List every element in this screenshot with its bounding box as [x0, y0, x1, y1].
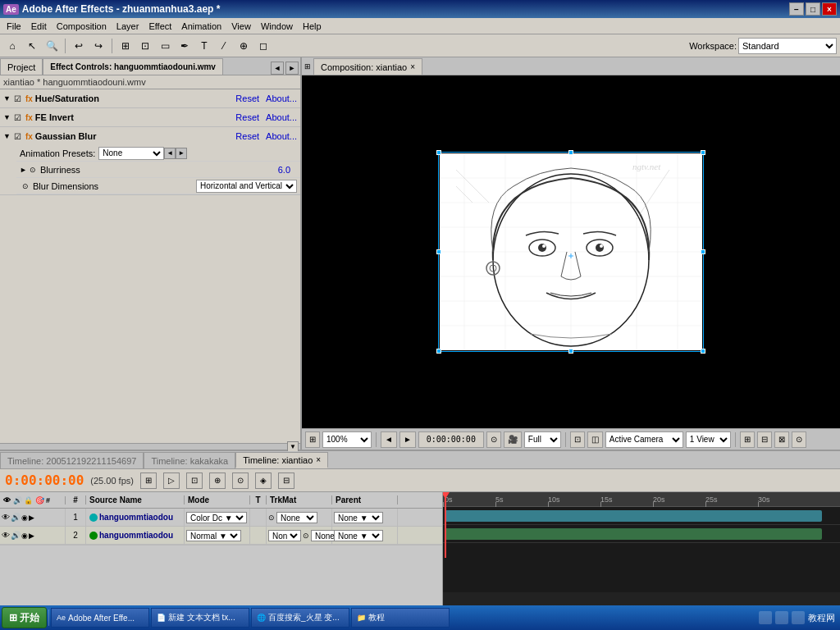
tab-composition[interactable]: Composition: xiantiao × — [313, 58, 422, 75]
tl-btn-4[interactable]: ⊕ — [209, 472, 226, 489]
menu-file[interactable]: File — [2, 20, 26, 33]
tab-effect-controls[interactable]: Effect Controls: hanguommtiaodouni.wmv — [43, 58, 223, 75]
track-1-trkmat-select[interactable]: None — [276, 512, 317, 523]
timeline-tab-3[interactable]: Timeline: xiantiao × — [235, 452, 328, 468]
track-2-solo[interactable]: ◉ — [21, 532, 28, 540]
tool-eraser[interactable]: ◻ — [254, 37, 272, 55]
effects-scrollbar[interactable]: ▼ — [0, 443, 300, 450]
comp-ctrl-b7[interactable]: ⊠ — [774, 431, 789, 448]
zoom-select[interactable]: 100% — [322, 431, 372, 448]
effect-gaussian-blur-header[interactable]: ▼ ☑ fx Gaussian Blur Reset About... — [0, 127, 300, 145]
track-2-audio[interactable]: 🔊 — [11, 531, 21, 540]
systray-2[interactable] — [775, 611, 788, 624]
blurriness-expand[interactable]: ► — [20, 166, 27, 174]
tl-btn-6[interactable]: ◈ — [255, 472, 272, 489]
taskbar-btn-browser[interactable]: 🌐 百度搜索_火星 变... — [251, 608, 349, 628]
tool-home[interactable]: ⌂ — [3, 37, 21, 55]
timeline-tab-1[interactable]: Timeline: 200512192211154697 — [0, 452, 144, 468]
track-2-expand[interactable]: ▶ — [29, 532, 34, 540]
track-2-name-text[interactable]: hanguommtiaodou — [99, 531, 173, 540]
track-1-name-text[interactable]: hanguommtiaodou — [99, 513, 173, 522]
tl-btn-2[interactable]: ▷ — [163, 472, 180, 489]
tl-btn-5[interactable]: ⊙ — [232, 472, 249, 489]
comp-ctrl-b6[interactable]: ⊟ — [757, 431, 772, 448]
track-bar-fill-2[interactable] — [445, 528, 822, 540]
menu-edit[interactable]: Edit — [26, 20, 52, 33]
track-2-trkmat-select1[interactable]: None — [268, 530, 301, 541]
blurriness-stopwatch[interactable]: ⊙ — [27, 164, 39, 176]
blurriness-value[interactable]: 6.0 — [278, 165, 290, 175]
tool-pen[interactable]: ✒ — [176, 37, 194, 55]
blur-dim-stopwatch[interactable]: ⊙ — [20, 180, 31, 192]
comp-panel-icon[interactable]: ⊞ — [302, 58, 313, 75]
track-1-expand[interactable]: ▶ — [29, 514, 34, 522]
effect-reset-btn[interactable]: Reset — [235, 112, 259, 122]
tl-btn-1[interactable]: ⊞ — [140, 472, 157, 489]
comp-ctrl-b2[interactable]: 🎥 — [504, 431, 522, 448]
taskbar-btn-folder[interactable]: 📁 教程 — [351, 608, 450, 628]
tool-select[interactable]: ↖ — [23, 37, 41, 55]
menu-composition[interactable]: Composition — [52, 20, 112, 33]
effect-about-btn[interactable]: About... — [266, 94, 297, 103]
timeline-tab-3-close[interactable]: × — [316, 455, 321, 464]
comp-ctrl-b4[interactable]: ◫ — [587, 431, 603, 448]
comp-ctrl-b5[interactable]: ⊞ — [740, 431, 755, 448]
minimize-button[interactable]: − — [789, 2, 804, 16]
track-2-mode-select[interactable]: Normal ▼ — [186, 530, 241, 541]
tl-btn-7[interactable]: ⊟ — [278, 472, 294, 489]
anim-next-btn[interactable]: ► — [176, 148, 187, 159]
track-1-eye[interactable]: 👁 — [2, 513, 10, 522]
quality-select[interactable]: Full — [524, 431, 561, 448]
effect-enable-toggle[interactable]: ☑ — [12, 130, 24, 142]
track-2-parent-select[interactable]: None ▼ — [334, 530, 383, 541]
effect-about-btn[interactable]: About... — [266, 112, 297, 122]
start-button[interactable]: ⊞ 开始 — [2, 607, 47, 628]
comp-tab-close[interactable]: × — [410, 62, 415, 71]
effect-enable-toggle[interactable]: ☑ — [12, 112, 24, 123]
anim-presets-select[interactable]: None — [98, 147, 164, 160]
tool-brush[interactable]: ∕ — [215, 37, 233, 55]
menu-window[interactable]: Window — [256, 20, 298, 33]
tool-rect[interactable]: ▭ — [156, 37, 174, 55]
tool-snap[interactable]: ⊡ — [136, 37, 154, 55]
track-1-mode-select[interactable]: Color Dc ▼ — [186, 512, 247, 523]
effect-reset-btn[interactable]: Reset — [235, 94, 259, 103]
tool-undo[interactable]: ↩ — [70, 37, 88, 55]
menu-view[interactable]: View — [226, 20, 256, 33]
track-2-eye[interactable]: 👁 — [2, 531, 10, 540]
menu-effect[interactable]: Effect — [144, 20, 176, 33]
effect-about-btn[interactable]: About... — [266, 131, 297, 141]
blur-dimensions-select[interactable]: Horizontal and Vertical — [196, 180, 297, 193]
track-1-solo[interactable]: ◉ — [21, 514, 28, 522]
track-bar-fill-1[interactable] — [445, 510, 822, 522]
panel-menu-btn[interactable]: ◄ — [271, 62, 284, 75]
workspace-select[interactable]: Standard — [738, 38, 837, 54]
view-select[interactable]: 1 View — [686, 431, 731, 448]
menu-layer[interactable]: Layer — [112, 20, 144, 33]
taskbar-btn-notepad[interactable]: 📄 新建 文本文档 tx... — [151, 608, 249, 628]
taskbar-btn-ae[interactable]: Ae Adobe After Effe... — [51, 608, 149, 628]
comp-ctrl-home[interactable]: ⊞ — [305, 431, 320, 448]
tool-redo[interactable]: ↪ — [89, 37, 107, 55]
systray-1[interactable] — [759, 611, 772, 624]
systray-3[interactable] — [792, 611, 805, 624]
tool-text[interactable]: T — [195, 37, 213, 55]
comp-ctrl-prev-frame[interactable]: ◄ — [381, 431, 397, 448]
comp-ctrl-b8[interactable]: ⊙ — [792, 431, 806, 448]
effect-fe-invert-header[interactable]: ▼ ☑ fx FE Invert Reset About... — [0, 108, 300, 126]
panel-expand-btn[interactable]: ► — [285, 62, 299, 75]
menu-help[interactable]: Help — [298, 20, 326, 33]
track-1-parent-select[interactable]: None ▼ — [334, 512, 383, 523]
comp-ctrl-b1[interactable]: ⊙ — [486, 431, 501, 448]
tool-grid[interactable]: ⊞ — [116, 37, 135, 55]
tool-clone[interactable]: ⊕ — [235, 37, 253, 55]
restore-button[interactable]: □ — [806, 2, 820, 16]
timeline-tab-2[interactable]: Timeline: kakakaka — [144, 452, 235, 468]
camera-select[interactable]: Active Camera — [605, 431, 683, 448]
tl-btn-3[interactable]: ⊡ — [186, 472, 203, 489]
tool-zoom[interactable]: 🔍 — [43, 37, 61, 55]
effect-enable-toggle[interactable]: ☑ — [12, 93, 24, 104]
tab-project[interactable]: Project — [0, 58, 43, 75]
track-1-audio[interactable]: 🔊 — [11, 513, 21, 522]
timecode-display[interactable]: 0:00:00:00 — [418, 431, 484, 448]
